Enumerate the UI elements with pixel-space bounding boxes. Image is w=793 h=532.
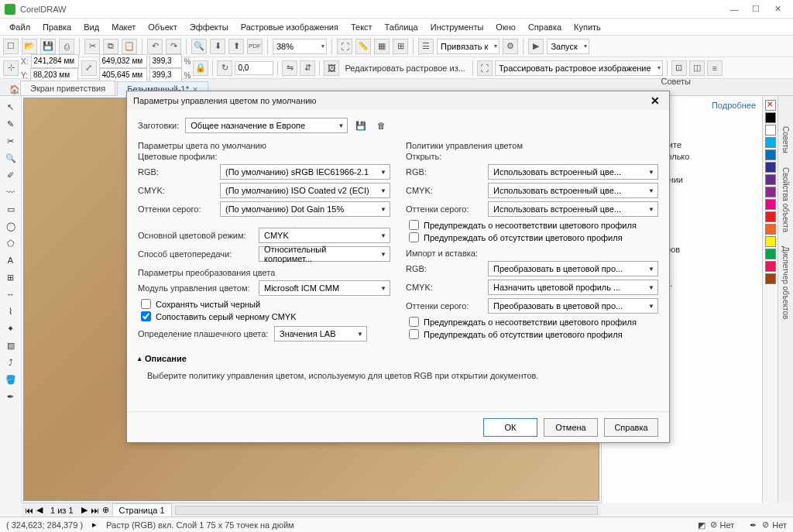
polygon-tool-icon[interactable]: ⬠ <box>3 235 19 251</box>
close-button[interactable]: ✕ <box>767 4 788 14</box>
nav-prev-icon[interactable]: ◀ <box>36 505 43 515</box>
nav-first-icon[interactable]: ⏮ <box>25 506 33 515</box>
menu-window[interactable]: Окно <box>489 21 522 33</box>
open-rgb-dropdown[interactable]: Использовать встроенный цве... <box>488 164 658 180</box>
import-icon[interactable]: ⬇ <box>210 39 225 54</box>
menu-tools[interactable]: Инструменты <box>424 21 490 33</box>
rendering-dropdown[interactable]: Относительный колоримет... <box>259 246 390 262</box>
map-gray-checkbox[interactable]: Сопоставить серый черному CMYK <box>141 311 390 321</box>
status-chevron-icon[interactable]: ▸ <box>92 520 97 530</box>
options-icon[interactable]: ⚙ <box>503 39 518 54</box>
paste-icon[interactable]: 📋 <box>122 39 137 54</box>
width-input[interactable] <box>99 54 147 68</box>
delete-preset-icon[interactable]: 🗑 <box>374 118 388 132</box>
import-warn-missing-checkbox[interactable]: Предупреждать об отсутствии цветового пр… <box>409 329 658 339</box>
menu-object[interactable]: Объект <box>142 21 183 33</box>
fullscreen-icon[interactable]: ⛶ <box>337 39 352 54</box>
effects-tool-icon[interactable]: ✦ <box>3 321 19 336</box>
transparency-tool-icon[interactable]: ▨ <box>3 338 19 353</box>
x-input[interactable] <box>31 54 79 68</box>
help-button[interactable]: Справка <box>604 418 658 437</box>
fill-tool-icon[interactable]: 🪣 <box>3 372 19 387</box>
swatch-brown[interactable] <box>765 273 776 284</box>
redo-icon[interactable]: ↷ <box>166 39 181 54</box>
rotation-input[interactable] <box>235 61 273 75</box>
menu-view[interactable]: Вид <box>77 21 105 33</box>
menu-help[interactable]: Справка <box>522 21 568 33</box>
preserve-black-checkbox[interactable]: Сохранять чистый черный <box>141 299 390 309</box>
search-icon[interactable]: 🔍 <box>191 39 207 54</box>
lock-ratio-icon[interactable]: 🔒 <box>193 60 208 76</box>
open-gray-dropdown[interactable]: Использовать встроенный цве... <box>488 201 658 217</box>
connector-tool-icon[interactable]: ⌇ <box>3 304 19 319</box>
status-outline[interactable]: ✒⊘ Нет <box>750 520 787 530</box>
spot-dropdown[interactable]: Значения LAB <box>274 326 367 342</box>
snap-icon[interactable]: ☰ <box>418 39 434 54</box>
swatch-darkblue[interactable] <box>765 162 776 173</box>
freehand-tool-icon[interactable]: ✐ <box>3 167 19 183</box>
scale-x-input[interactable] <box>149 54 182 68</box>
swatch-red[interactable] <box>765 211 776 222</box>
mirror-v-icon[interactable]: ⇵ <box>300 60 315 76</box>
save-icon[interactable]: 💾 <box>40 39 56 54</box>
swatch-none[interactable] <box>765 100 776 111</box>
engine-dropdown[interactable]: Microsoft ICM CMM <box>259 280 390 296</box>
primary-mode-dropdown[interactable]: CMYK <box>259 228 390 243</box>
scale-y-input[interactable] <box>149 68 182 82</box>
launch-icon[interactable]: ▶ <box>528 39 544 54</box>
nav-next-icon[interactable]: ▶ <box>81 505 88 515</box>
swatch-orange[interactable] <box>765 224 776 235</box>
shape-tool-icon[interactable]: ✎ <box>3 116 19 132</box>
menu-edit[interactable]: Правка <box>36 21 77 33</box>
add-page-icon[interactable]: ⊕ <box>102 505 109 515</box>
status-fill[interactable]: ◩⊘ Нет <box>698 520 735 530</box>
pick-tool-icon[interactable]: ↖ <box>3 99 19 115</box>
wrap-icon[interactable]: ≡ <box>707 60 723 76</box>
maximize-button[interactable]: ☐ <box>745 4 767 14</box>
hints-panel-tab[interactable]: Советы <box>657 74 700 88</box>
swatch-pink[interactable] <box>765 261 776 272</box>
docker-object-manager[interactable]: Диспетчер объектов <box>779 239 792 326</box>
menu-table[interactable]: Таблица <box>379 21 424 33</box>
trace-icon[interactable]: ⛶ <box>477 60 493 76</box>
swatch-green[interactable] <box>765 249 776 259</box>
pdf-icon[interactable]: PDF <box>247 39 263 54</box>
cancel-button[interactable]: Отмена <box>544 418 598 437</box>
artistic-media-icon[interactable]: 〰 <box>3 184 19 200</box>
height-input[interactable] <box>99 68 147 82</box>
print-icon[interactable]: ⎙ <box>59 39 74 54</box>
open-icon[interactable]: 📂 <box>22 39 37 54</box>
crop-tool-icon[interactable]: ✂ <box>3 133 19 149</box>
rectangle-tool-icon[interactable]: ▭ <box>3 201 19 217</box>
grid-icon[interactable]: ▦ <box>374 39 390 54</box>
rgb-profile-dropdown[interactable]: (По умолчанию) sRGB IEC61966-2.1 <box>220 164 390 180</box>
menu-layout[interactable]: Макет <box>105 21 142 33</box>
table-tool-icon[interactable]: ⊞ <box>3 269 19 285</box>
swatch-violet[interactable] <box>765 187 776 197</box>
import-rgb-dropdown[interactable]: Преобразовать в цветовой про... <box>488 261 658 276</box>
cmyk-profile-dropdown[interactable]: (По умолчанию) ISO Coated v2 (ECI) <box>220 183 390 198</box>
open-cmyk-dropdown[interactable]: Использовать встроенный цве... <box>488 183 658 198</box>
save-preset-icon[interactable]: 💾 <box>354 118 368 132</box>
page-tab-1[interactable]: Страница 1 <box>112 503 172 517</box>
text-tool-icon[interactable]: A <box>3 252 19 268</box>
nav-last-icon[interactable]: ⏭ <box>91 506 99 515</box>
cut-icon[interactable]: ✂ <box>84 39 100 54</box>
swatch-cyan[interactable] <box>765 137 776 148</box>
edit-bitmap-icon[interactable]: 🖼 <box>324 60 339 76</box>
outline-tool-icon[interactable]: ✒ <box>3 389 19 404</box>
swatch-black[interactable] <box>765 112 776 123</box>
swatch-yellow[interactable] <box>765 236 776 247</box>
zoom-tool-icon[interactable]: 🔍 <box>3 150 19 166</box>
swatch-blue[interactable] <box>765 149 776 160</box>
docker-object-properties[interactable]: Свойства объекта <box>779 160 792 239</box>
menu-text[interactable]: Текст <box>345 21 379 33</box>
ruler-icon[interactable]: 📏 <box>355 39 371 54</box>
horizontal-scrollbar[interactable] <box>175 506 598 515</box>
gray-profile-dropdown[interactable]: (По умолчанию) Dot Gain 15% <box>220 201 390 217</box>
ok-button[interactable]: ОК <box>483 418 537 437</box>
open-warn-mismatch-checkbox[interactable]: Предупреждать о несоответствии цветового… <box>409 220 658 230</box>
menu-bitmaps[interactable]: Растровые изображения <box>235 21 345 33</box>
export-icon[interactable]: ⬆ <box>228 39 244 54</box>
copy-icon[interactable]: ⧉ <box>103 39 118 54</box>
